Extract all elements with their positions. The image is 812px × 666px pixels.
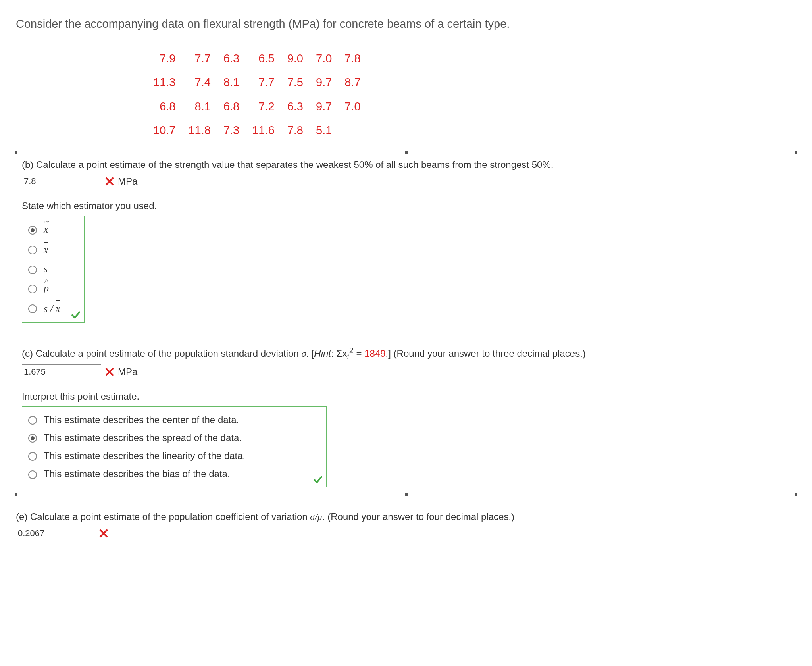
part-c-subheading: Interpret this point estimate. <box>22 390 790 403</box>
question-intro: Consider the accompanying data on flexur… <box>16 16 796 32</box>
part-c-option-group: This estimate describes the center of th… <box>22 406 327 487</box>
option-x-tilde[interactable]: x <box>26 220 78 239</box>
option-x-bar[interactable]: x <box>26 239 78 260</box>
correct-icon <box>313 474 323 485</box>
unit-label: MPa <box>118 365 137 379</box>
wrong-icon <box>98 528 109 539</box>
part-b-answer-input[interactable] <box>22 174 101 189</box>
option-linearity[interactable]: This estimate describes the linearity of… <box>26 447 320 465</box>
data-row: 11.37.48.17.77.59.78.7 <box>147 70 367 94</box>
part-b-option-group: x x s p s / x <box>22 216 85 323</box>
option-label: This estimate describes the bias of the … <box>44 467 230 481</box>
option-s[interactable]: s <box>26 260 78 279</box>
option-label: This estimate describes the linearity of… <box>44 449 245 463</box>
data-row: 6.88.16.87.26.39.77.0 <box>147 94 367 119</box>
question-block-bc: (b) Calculate a point estimate of the st… <box>16 152 796 495</box>
correct-icon <box>71 310 81 320</box>
part-b-question: (b) Calculate a point estimate of the st… <box>22 158 790 171</box>
option-bias[interactable]: This estimate describes the bias of the … <box>26 465 320 483</box>
wrong-icon <box>104 367 115 377</box>
part-e-answer-input[interactable] <box>16 526 95 541</box>
option-radio[interactable] <box>28 452 37 461</box>
option-radio[interactable] <box>28 285 37 293</box>
part-e-question: (e) Calculate a point estimate of the po… <box>16 510 796 524</box>
option-p-hat[interactable]: p <box>26 279 78 298</box>
option-radio[interactable] <box>28 470 37 479</box>
option-label: This estimate describes the spread of th… <box>44 431 242 445</box>
option-radio[interactable] <box>28 416 37 425</box>
option-radio[interactable] <box>28 246 37 254</box>
option-s-over-xbar[interactable]: s / x <box>26 298 78 318</box>
part-e-block: (e) Calculate a point estimate of the po… <box>16 510 796 541</box>
option-radio[interactable] <box>28 226 37 235</box>
option-label: This estimate describes the center of th… <box>44 413 239 427</box>
part-c-answer-input[interactable] <box>22 364 101 379</box>
option-radio[interactable] <box>28 434 37 443</box>
option-center[interactable]: This estimate describes the center of th… <box>26 411 320 429</box>
wrong-icon <box>104 176 115 187</box>
option-spread[interactable]: This estimate describes the spread of th… <box>26 429 320 447</box>
data-table: 7.97.76.36.59.07.07.8 11.37.48.17.77.59.… <box>147 46 367 142</box>
option-radio[interactable] <box>28 266 37 274</box>
unit-label: MPa <box>118 175 137 188</box>
part-c-question: (c) Calculate a point estimate of the po… <box>22 345 790 362</box>
data-row: 10.711.87.311.67.85.1 <box>147 118 367 142</box>
data-row: 7.97.76.36.59.07.07.8 <box>147 46 367 71</box>
option-radio[interactable] <box>28 304 37 313</box>
part-b-subheading: State which estimator you used. <box>22 199 790 213</box>
